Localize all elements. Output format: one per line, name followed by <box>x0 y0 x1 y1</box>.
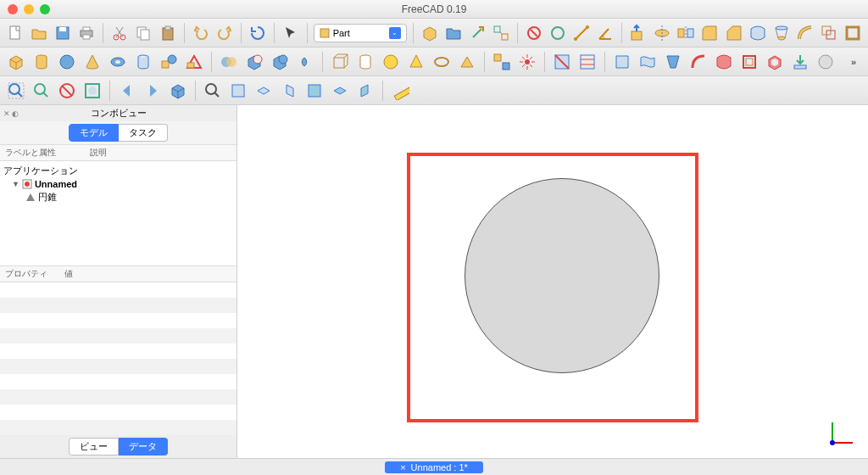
panel-close-icon[interactable]: ✕ <box>3 109 10 118</box>
new-doc-icon[interactable] <box>5 22 25 44</box>
tree-doc-row[interactable]: ▼ Unnamed <box>3 178 233 190</box>
prism-icon[interactable] <box>456 51 478 73</box>
mirror-icon[interactable] <box>676 22 696 44</box>
boolean-icon[interactable] <box>218 51 240 73</box>
3d-viewport[interactable] <box>237 105 868 458</box>
measure-toggle-icon[interactable] <box>548 22 568 44</box>
paste-icon[interactable] <box>157 22 177 44</box>
compound-icon[interactable] <box>491 51 513 73</box>
common-icon[interactable] <box>294 51 316 73</box>
project-icon[interactable] <box>789 51 811 73</box>
tree-obj-row[interactable]: 円錐 <box>3 190 233 204</box>
combo-view-panel: ✕◐ コンボビュー モデル タスク ラベルと属性 説明 アプリケーション ▼ U… <box>0 105 237 458</box>
measure-icon[interactable] <box>389 80 411 102</box>
doc-close-icon[interactable]: × <box>400 462 405 472</box>
loft2-icon[interactable] <box>662 51 684 73</box>
fit-selection-icon[interactable] <box>31 80 53 102</box>
tab-task[interactable]: タスク <box>119 124 168 142</box>
refresh-icon[interactable] <box>248 22 268 44</box>
loft-icon[interactable] <box>771 22 792 44</box>
svg-rect-0 <box>10 26 19 39</box>
view-bottom-icon[interactable] <box>329 80 351 102</box>
measure-angular-icon[interactable] <box>595 22 615 44</box>
link-group-icon[interactable] <box>491 22 511 44</box>
tab-model[interactable]: モデル <box>69 124 119 142</box>
open-icon[interactable] <box>29 22 49 44</box>
draw-style-icon[interactable] <box>56 80 78 102</box>
cut-icon[interactable] <box>109 22 130 44</box>
svg-point-17 <box>574 37 577 41</box>
fuse-icon[interactable] <box>269 51 291 73</box>
offset2d-icon[interactable] <box>738 51 760 73</box>
sphere-icon[interactable] <box>56 51 78 73</box>
thickness-icon[interactable] <box>843 22 863 44</box>
tube-icon[interactable] <box>132 51 154 73</box>
bottom-tab-data[interactable]: データ <box>119 438 168 455</box>
save-icon[interactable] <box>53 22 73 44</box>
svg-point-38 <box>226 57 236 67</box>
torus-wire-icon[interactable] <box>431 51 453 73</box>
combo-view-title: コンボビュー <box>91 107 147 120</box>
fillet-icon[interactable] <box>699 22 720 44</box>
expand-icon[interactable]: ▼ <box>12 180 19 188</box>
fit-all-icon[interactable] <box>5 80 27 102</box>
section-icon[interactable] <box>551 51 573 73</box>
primitives-icon[interactable] <box>158 51 180 73</box>
svg-rect-4 <box>83 27 90 31</box>
part-box-yellow-icon[interactable] <box>420 22 440 44</box>
cone-top-view[interactable] <box>465 178 659 373</box>
ruled-surf-icon[interactable] <box>748 22 768 44</box>
cylinder-wire-icon[interactable] <box>354 51 376 73</box>
isometric-icon[interactable] <box>167 80 189 102</box>
undo-icon[interactable] <box>191 22 211 44</box>
toolbar-file: Part ⌄ <box>0 19 868 48</box>
chamfer-icon[interactable] <box>724 22 744 44</box>
zoom-icon[interactable] <box>202 80 224 102</box>
make-face-icon[interactable] <box>611 51 633 73</box>
revolve-icon[interactable] <box>652 22 672 44</box>
shell-icon[interactable] <box>764 51 786 73</box>
measure-clear-icon[interactable] <box>524 22 544 44</box>
workbench-selector[interactable]: Part ⌄ <box>314 24 407 42</box>
bounding-box-icon[interactable] <box>81 80 103 102</box>
cursor-icon[interactable] <box>281 22 301 44</box>
view-left-icon[interactable] <box>354 80 376 102</box>
torus-icon[interactable] <box>107 51 129 73</box>
cone-wire-icon[interactable] <box>405 51 427 73</box>
view-rear-icon[interactable] <box>303 80 326 102</box>
link-make-icon[interactable] <box>467 22 487 44</box>
sweep-icon[interactable] <box>795 22 815 44</box>
panel-undock-icon[interactable]: ◐ <box>12 109 19 118</box>
explode-icon[interactable] <box>516 51 538 73</box>
cylinder-icon[interactable] <box>31 51 53 73</box>
svg-rect-52 <box>794 65 806 69</box>
cut-bool-icon[interactable] <box>243 51 265 73</box>
view-top-icon[interactable] <box>253 80 275 102</box>
box-wire-icon[interactable] <box>329 51 351 73</box>
nav-next-icon[interactable] <box>142 80 164 102</box>
surf-red-icon[interactable] <box>713 51 735 73</box>
shapebuilder-icon[interactable] <box>183 51 205 73</box>
bottom-tab-view[interactable]: ビュー <box>69 438 119 455</box>
attachment-icon[interactable] <box>815 51 837 73</box>
cube-icon[interactable] <box>5 51 27 73</box>
print-icon[interactable] <box>76 22 97 44</box>
extrude-icon[interactable] <box>628 22 648 44</box>
toolbar-overflow-icon[interactable]: » <box>844 57 863 67</box>
sphere-wire-icon[interactable] <box>380 51 402 73</box>
view-right-icon[interactable] <box>278 80 300 102</box>
svg-point-18 <box>586 25 589 29</box>
document-tab[interactable]: × Unnamed : 1* <box>385 461 483 473</box>
cross-sections-icon[interactable] <box>576 51 598 73</box>
offset-3d-icon[interactable] <box>819 22 839 44</box>
folder-icon[interactable] <box>443 22 464 44</box>
measure-linear-icon[interactable] <box>571 22 592 44</box>
nav-prev-icon[interactable] <box>116 80 138 102</box>
cone-solid-icon[interactable] <box>81 51 103 73</box>
redo-icon[interactable] <box>214 22 235 44</box>
copy-icon[interactable] <box>133 22 153 44</box>
ruled-icon[interactable] <box>637 51 659 73</box>
view-front-icon[interactable] <box>227 80 249 102</box>
sweep2-icon[interactable] <box>687 51 709 73</box>
tree-app-row[interactable]: アプリケーション <box>3 164 233 178</box>
